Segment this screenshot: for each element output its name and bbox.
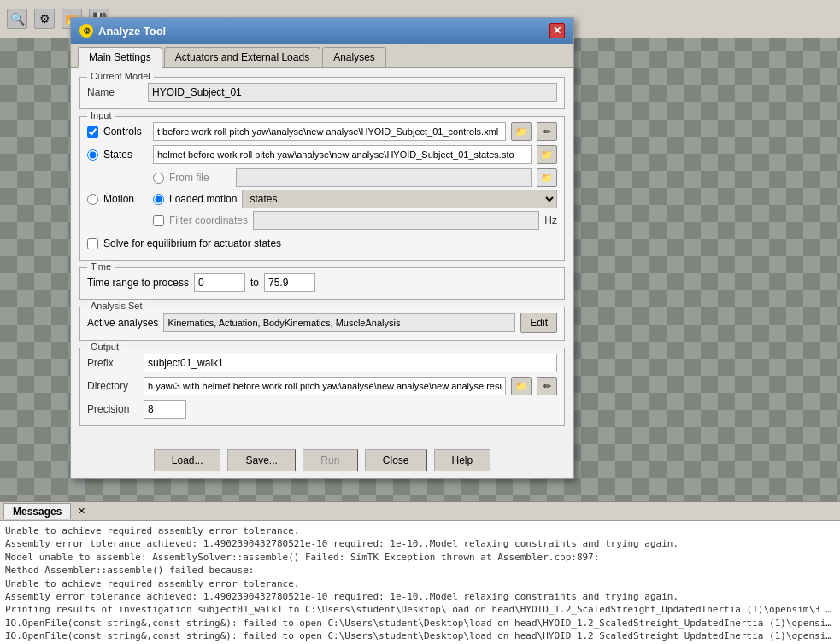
- directory-input[interactable]: [144, 377, 506, 395]
- filter-label[interactable]: Filter coordinates: [169, 214, 248, 226]
- time-to-label: to: [250, 277, 259, 289]
- toolbar-icon-tool[interactable]: ⚙: [34, 9, 55, 29]
- controls-checkbox[interactable]: [87, 126, 98, 138]
- loaded-motion-label[interactable]: Loaded motion: [169, 193, 237, 205]
- filter-checkbox[interactable]: [153, 215, 164, 226]
- msg-line-2: Assembly error tolerance achieved: 1.490…: [5, 537, 835, 550]
- time-label: Time: [87, 261, 115, 272]
- loaded-motion-row: Loaded motion states: [153, 190, 557, 208]
- states-radio[interactable]: [87, 149, 98, 161]
- current-model-label: Current Model: [87, 71, 154, 81]
- solve-label[interactable]: Solve for equilibrium for actuator state…: [103, 237, 281, 249]
- active-analyses-label: Active analyses: [87, 317, 158, 329]
- controls-row: Controls 📁 ✏: [87, 122, 557, 141]
- prefix-row: Prefix: [87, 354, 557, 372]
- from-file-row: From file 📁: [153, 168, 557, 187]
- messages-header: Messages ✕: [0, 502, 840, 521]
- states-input[interactable]: [153, 145, 532, 164]
- controls-input[interactable]: [153, 122, 506, 141]
- solve-row: Solve for equilibrium for actuator state…: [87, 234, 557, 253]
- active-analyses-input[interactable]: [163, 313, 515, 332]
- states-label[interactable]: States: [103, 149, 148, 161]
- motion-label[interactable]: Motion: [103, 193, 148, 205]
- loaded-motion-radio[interactable]: [153, 194, 164, 205]
- hz-label: Hz: [544, 214, 557, 226]
- messages-panel: Messages ✕ Unable to achieve required as…: [0, 501, 840, 644]
- from-file-radio[interactable]: [153, 173, 164, 184]
- msg-line-3: Assembly error tolerance achieved: 1.490…: [5, 590, 835, 603]
- msg-line-1: Unable to achieve required assembly erro…: [5, 524, 835, 537]
- analysis-set-group: Analysis Set Active analyses Edit: [79, 307, 565, 341]
- controls-label[interactable]: Controls: [103, 126, 148, 138]
- filter-row: Filter coordinates Hz: [153, 211, 557, 230]
- time-to-input[interactable]: [264, 273, 315, 292]
- tab-actuators[interactable]: Actuators and External Loads: [164, 47, 320, 67]
- dir-browse-button[interactable]: 📁: [511, 377, 532, 395]
- load-button[interactable]: Load...: [154, 449, 221, 471]
- time-range-label: Time range to process: [87, 277, 189, 289]
- msg-line-4: Printing results of investigation subjec…: [5, 603, 835, 616]
- dialog-titlebar: ⚙ Analyze Tool ✕: [71, 18, 573, 44]
- dir-edit-button[interactable]: ✏: [537, 377, 557, 395]
- msg-unable: Unable to achieve required assembly erro…: [5, 577, 835, 590]
- messages-content: Unable to achieve required assembly erro…: [0, 521, 840, 644]
- dialog-footer: Load... Save... Run Close Help: [71, 442, 573, 478]
- analyze-tool-dialog: ⚙ Analyze Tool ✕ Main Settings Actuators…: [70, 17, 574, 479]
- prefix-label: Prefix: [87, 357, 138, 369]
- tab-main-settings[interactable]: Main Settings: [78, 47, 162, 68]
- toolbar-icon-search[interactable]: 🔍: [7, 9, 27, 29]
- current-model-group: Current Model Name: [79, 77, 565, 109]
- model-name-row: Name: [87, 83, 557, 102]
- save-button[interactable]: Save...: [227, 449, 295, 471]
- dialog-body: Current Model Name Input Controls 📁 ✏ St…: [71, 68, 573, 442]
- precision-row: Precision: [87, 400, 557, 419]
- states-browse-button[interactable]: 📁: [537, 145, 557, 164]
- edit-analyses-button[interactable]: Edit: [520, 313, 557, 333]
- solve-checkbox[interactable]: [87, 238, 98, 249]
- help-button[interactable]: Help: [434, 449, 491, 471]
- active-analyses-row: Active analyses Edit: [87, 313, 557, 333]
- output-group: Output Prefix Directory 📁 ✏ Precision: [79, 348, 565, 426]
- filter-input[interactable]: [253, 211, 539, 230]
- run-button[interactable]: Run: [303, 449, 358, 471]
- from-file-input[interactable]: [236, 168, 532, 187]
- msg-line-5: IO.OpenFile(const string&,const string&)…: [5, 617, 835, 629]
- motion-row: Motion From file 📁 Loaded motion: [87, 168, 557, 230]
- messages-tab-label: Messages: [13, 506, 62, 518]
- time-range-row: Time range to process to: [87, 273, 557, 292]
- msg-model-error: Model unable to assemble: AssemblySolver…: [5, 551, 835, 564]
- precision-input[interactable]: [144, 400, 186, 419]
- close-icon[interactable]: ✕: [549, 23, 565, 38]
- motion-sub-options: From file 📁 Loaded motion states: [153, 168, 557, 230]
- states-row: States 📁: [87, 145, 557, 164]
- directory-label: Directory: [87, 380, 138, 392]
- messages-tab[interactable]: Messages: [3, 503, 71, 519]
- precision-label: Precision: [87, 403, 138, 415]
- controls-edit-button[interactable]: ✏: [537, 122, 557, 141]
- name-label: Name: [87, 86, 143, 98]
- dialog-title: Analyze Tool: [98, 25, 166, 38]
- loaded-motion-select[interactable]: states: [242, 190, 557, 208]
- msg-method: Method Assembler::assemble() failed beca…: [5, 564, 835, 577]
- from-file-browse-button[interactable]: 📁: [537, 168, 557, 187]
- prefix-input[interactable]: [144, 354, 557, 372]
- titlebar-left: ⚙ Analyze Tool: [79, 24, 166, 38]
- controls-browse-button[interactable]: 📁: [511, 122, 532, 141]
- analysis-set-label: Analysis Set: [87, 301, 146, 311]
- tab-analyses[interactable]: Analyses: [322, 47, 386, 67]
- time-group: Time Time range to process to: [79, 267, 565, 300]
- close-button[interactable]: Close: [365, 449, 427, 471]
- input-label: Input: [87, 110, 115, 120]
- directory-row: Directory 📁 ✏: [87, 377, 557, 395]
- msg-line-6: IO.OpenFile(const string&,const string&)…: [5, 629, 835, 642]
- input-group: Input Controls 📁 ✏ States 📁 Motion: [79, 116, 565, 261]
- output-label: Output: [87, 342, 122, 352]
- model-name-input[interactable]: [148, 83, 557, 102]
- tab-bar: Main Settings Actuators and External Loa…: [71, 44, 573, 68]
- motion-radio[interactable]: [87, 194, 98, 205]
- dialog-icon: ⚙: [79, 24, 93, 38]
- messages-close-button[interactable]: ✕: [74, 506, 89, 517]
- time-from-input[interactable]: [194, 273, 245, 292]
- from-file-label[interactable]: From file: [169, 172, 231, 184]
